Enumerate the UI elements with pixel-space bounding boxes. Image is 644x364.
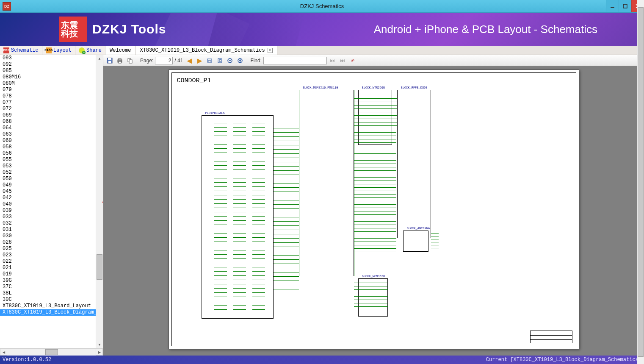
- scroll-thumb[interactable]: [97, 254, 102, 280]
- tree-item[interactable]: 055: [0, 157, 103, 163]
- signal-line: [274, 145, 299, 145]
- scroll-right-icon[interactable]: ▶: [96, 349, 103, 356]
- signal-line: [214, 250, 227, 250]
- doc-tab-active[interactable]: XT830C_XT1019_L3_Block_Diagram_Schematic…: [135, 46, 277, 55]
- signal-line: [392, 129, 397, 129]
- scroll-thumb[interactable]: [638, 7, 644, 357]
- signal-line: [214, 208, 227, 208]
- copy-button[interactable]: [125, 56, 135, 65]
- tree-item[interactable]: 072: [0, 106, 103, 112]
- zoom-in-button[interactable]: [235, 56, 245, 65]
- tree-item[interactable]: 019: [0, 271, 103, 278]
- signal-line: [252, 246, 265, 246]
- signal-line: [233, 233, 246, 233]
- tree-item[interactable]: 37C: [0, 284, 103, 290]
- tree-item[interactable]: XT830C_XT1019_L3_Board_Layout: [0, 303, 103, 309]
- signal-line: [252, 178, 265, 178]
- tree-item[interactable]: 080M: [0, 81, 103, 87]
- fit-page-button[interactable]: [215, 56, 224, 65]
- tree-item[interactable]: 30C: [0, 297, 103, 303]
- tree-item[interactable]: 033: [0, 214, 103, 220]
- signal-line: [354, 153, 396, 154]
- print-button[interactable]: [115, 56, 124, 65]
- tree-item[interactable]: 022: [0, 258, 103, 265]
- tree-item[interactable]: 053: [0, 163, 103, 169]
- save-button[interactable]: [105, 56, 114, 65]
- signal-line: [354, 211, 396, 211]
- scroll-up-icon[interactable]: ▲: [96, 55, 103, 62]
- doc-tab-welcome[interactable]: Welcome: [105, 46, 135, 55]
- find-prev-button[interactable]: ⏮: [328, 56, 337, 65]
- main-tab-schematic[interactable]: PDFSchematic: [0, 46, 42, 55]
- tree-item[interactable]: 063: [0, 131, 103, 138]
- find-next-button[interactable]: ⏭: [338, 56, 347, 65]
- zoom-out-button[interactable]: [225, 56, 235, 65]
- signal-line: [252, 161, 265, 161]
- tree-item[interactable]: 021: [0, 265, 103, 271]
- prev-page-button[interactable]: ◀: [185, 56, 194, 65]
- main-tab-layout[interactable]: PADSLayout: [42, 46, 75, 55]
- tree-item[interactable]: 031: [0, 227, 103, 233]
- tree-item[interactable]: 39G: [0, 278, 103, 284]
- signal-line: [274, 238, 299, 239]
- main-tab-share[interactable]: Share: [75, 46, 105, 55]
- tree-scrollbar-horizontal[interactable]: ◀ ▶: [0, 348, 103, 356]
- tree-item[interactable]: 069: [0, 112, 103, 119]
- signal-line: [354, 170, 396, 171]
- signal-line: [354, 132, 396, 133]
- tree-item[interactable]: 064: [0, 125, 103, 131]
- maximize-button[interactable]: [619, 0, 631, 12]
- signal-line: [233, 250, 246, 250]
- tree-item[interactable]: XT830C_XT1019_L3_Block_Diagram_Schemat: [0, 309, 103, 316]
- tree-item[interactable]: 080M16: [0, 74, 103, 81]
- tree-item[interactable]: 030: [0, 233, 103, 239]
- file-tree[interactable]: 093092085080M16080M079078077072069068064…: [0, 55, 103, 348]
- tree-item[interactable]: 040: [0, 201, 103, 208]
- signal-line: [252, 229, 265, 229]
- signal-line: [252, 186, 265, 187]
- tree-item[interactable]: 078: [0, 93, 103, 100]
- tree-item[interactable]: 023: [0, 252, 103, 258]
- signal-line: [252, 127, 265, 128]
- document-view[interactable]: CONDOR_P1 PERIPHERALS BLOCK_MSM8X10_PM81…: [103, 66, 644, 356]
- signal-line: [354, 102, 396, 102]
- tree-item[interactable]: 068: [0, 119, 103, 125]
- tree-item[interactable]: 042: [0, 195, 103, 201]
- scroll-thumb-h[interactable]: [45, 349, 58, 355]
- tree-item[interactable]: 028: [0, 239, 103, 246]
- signal-line: [252, 203, 265, 204]
- tab-close-icon[interactable]: ×: [268, 48, 273, 53]
- page-number-input[interactable]: [155, 57, 173, 64]
- tree-item[interactable]: 045: [0, 189, 103, 195]
- tree-item[interactable]: 058: [0, 144, 103, 150]
- tree-item[interactable]: 052: [0, 169, 103, 176]
- tree-item[interactable]: 079: [0, 87, 103, 93]
- tree-item[interactable]: 039: [0, 208, 103, 214]
- tree-item[interactable]: 025: [0, 246, 103, 252]
- tree-item[interactable]: 050: [0, 176, 103, 182]
- tree-item[interactable]: 056: [0, 150, 103, 157]
- signal-line: [354, 300, 388, 300]
- find-input[interactable]: [263, 57, 327, 64]
- signal-line: [274, 221, 299, 222]
- signal-line: [274, 196, 299, 196]
- signal-line: [354, 108, 396, 109]
- tree-item[interactable]: 032: [0, 220, 103, 227]
- tree-item[interactable]: 077: [0, 100, 103, 106]
- clear-highlight-button[interactable]: Aa: [348, 56, 357, 65]
- tree-item[interactable]: 049: [0, 182, 103, 189]
- tree-item[interactable]: 060: [0, 138, 103, 144]
- fit-width-button[interactable]: [205, 56, 214, 65]
- scroll-left-icon[interactable]: ◀: [0, 349, 7, 356]
- tree-item[interactable]: 093: [0, 55, 103, 61]
- minimize-button[interactable]: [606, 0, 619, 12]
- next-page-button[interactable]: ▶: [195, 56, 204, 65]
- svg-text:a: a: [353, 58, 354, 61]
- tree-item[interactable]: 092: [0, 61, 103, 68]
- tree-item[interactable]: 38L: [0, 290, 103, 297]
- tree-item[interactable]: 085: [0, 68, 103, 74]
- docview-scrollbar-vertical[interactable]: [637, 0, 644, 364]
- signal-line: [252, 199, 265, 200]
- document-toolbar: Page: / 41 ◀ ▶ Find: ⏮ ⏭ Aa: [103, 55, 644, 66]
- scroll-down-icon[interactable]: ▼: [96, 341, 103, 348]
